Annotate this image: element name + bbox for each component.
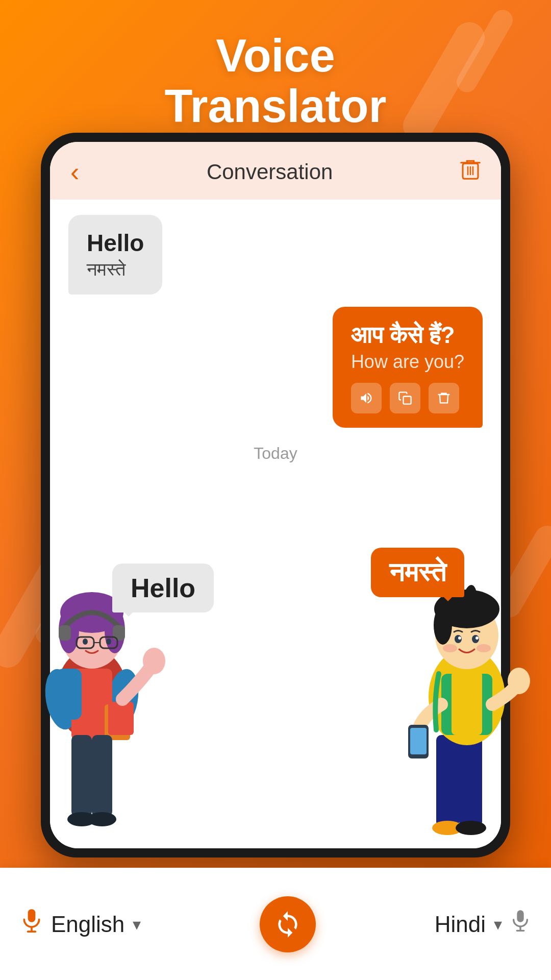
target-language-selector[interactable]: Hindi ▾: [435, 909, 531, 940]
msg2-translation: How are you?: [351, 351, 464, 373]
copy-button[interactable]: [390, 383, 420, 413]
app-title-line2: Translator: [164, 81, 386, 132]
svg-point-38: [475, 636, 479, 640]
source-language-chevron: ▾: [133, 915, 141, 934]
svg-point-34: [434, 606, 452, 645]
target-language-label: Hindi: [435, 912, 486, 937]
character-right: [388, 561, 546, 868]
source-language-label: English: [51, 912, 124, 937]
message-bubble-left-1: Hello नमस्ते: [68, 215, 162, 295]
svg-rect-18: [56, 669, 82, 720]
svg-rect-22: [92, 735, 112, 817]
target-mic-icon[interactable]: [510, 909, 531, 940]
svg-rect-49: [517, 910, 523, 922]
svg-point-17: [106, 639, 111, 645]
app-title-line1: Voice: [216, 30, 335, 81]
message-actions: [351, 383, 464, 413]
speech-bubble-namaste: नमस्ते: [371, 548, 464, 597]
svg-point-25: [143, 648, 165, 674]
app-header: Voice Translator: [0, 31, 551, 132]
speak-button[interactable]: [351, 383, 382, 413]
svg-rect-27: [459, 735, 482, 827]
msg1-main: Hello: [87, 229, 144, 257]
source-language-selector[interactable]: English ▾: [20, 908, 141, 941]
svg-rect-11: [59, 625, 71, 641]
svg-rect-20: [108, 702, 134, 735]
svg-point-39: [443, 644, 457, 652]
message-bubble-right-1: आप कैसे हैं? How are you?: [333, 307, 483, 428]
svg-point-16: [83, 639, 88, 645]
target-language-chevron: ▾: [494, 915, 502, 934]
conversation-title: Conversation: [207, 160, 333, 184]
back-button[interactable]: ‹: [70, 159, 79, 185]
svg-rect-30: [452, 671, 482, 735]
source-mic-icon: [20, 908, 43, 941]
delete-conversation-button[interactable]: [460, 158, 481, 185]
svg-rect-42: [410, 728, 427, 754]
bottom-bar: English ▾ Hindi ▾: [0, 868, 551, 980]
msg2-main: आप कैसे हैं?: [351, 321, 464, 349]
svg-point-40: [477, 644, 491, 652]
msg1-translation: नमस्ते: [87, 259, 144, 280]
delete-message-button[interactable]: [429, 383, 459, 413]
svg-point-37: [458, 636, 461, 640]
svg-point-45: [456, 821, 486, 835]
date-divider: Today: [68, 444, 483, 463]
svg-rect-21: [71, 735, 92, 817]
speech-bubble-hello: Hello: [112, 564, 214, 612]
svg-rect-26: [436, 735, 459, 827]
svg-point-43: [508, 668, 530, 694]
svg-rect-46: [28, 909, 36, 922]
svg-rect-12: [113, 625, 125, 641]
conversation-header: ‹ Conversation: [50, 142, 501, 200]
svg-point-24: [88, 812, 116, 826]
svg-rect-1: [403, 397, 411, 404]
swap-languages-button[interactable]: [260, 896, 316, 952]
